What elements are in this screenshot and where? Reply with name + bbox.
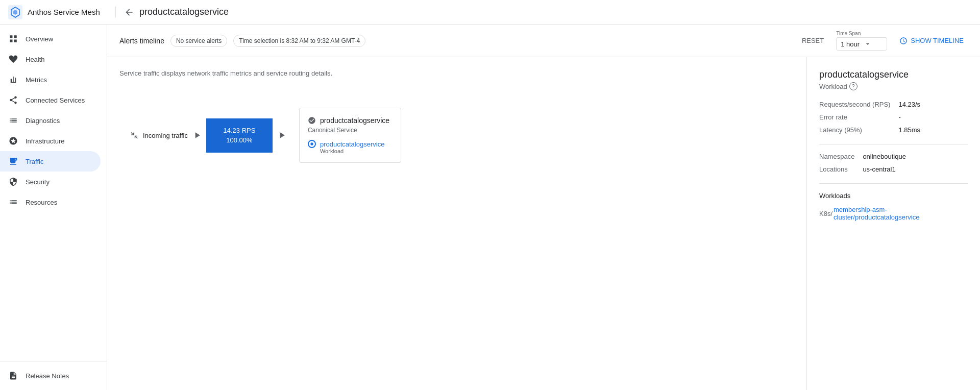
latency-label: Latency (95%) bbox=[819, 126, 890, 134]
infrastructure-icon bbox=[8, 136, 18, 146]
workload-sublabel: Workload bbox=[320, 148, 393, 154]
logo-area: Anthos Service Mesh bbox=[8, 5, 115, 19]
service-card: productcatalogservice Canonical Service … bbox=[299, 108, 401, 163]
k8s-prefix: K8s/ bbox=[819, 210, 832, 217]
arrow-right-1 bbox=[192, 130, 202, 140]
sidebar-label-resources: Resources bbox=[26, 199, 57, 206]
top-bar: Anthos Service Mesh productcatalogservic… bbox=[0, 0, 980, 25]
workload-label: productcatalogservice bbox=[320, 140, 384, 148]
divider-1 bbox=[819, 144, 968, 144]
sidebar-label-connected: Connected Services bbox=[26, 96, 85, 104]
alerts-title: Alerts timeline bbox=[119, 37, 164, 45]
service-card-subtitle: Canonical Service bbox=[308, 127, 393, 134]
connected-services-icon bbox=[8, 95, 18, 105]
service-mesh-icon bbox=[308, 116, 316, 125]
sidebar-item-infrastructure[interactable]: Infrastructure bbox=[0, 131, 101, 151]
incoming-traffic-label: Incoming traffic bbox=[130, 131, 188, 140]
metrics-icon bbox=[8, 75, 18, 85]
reset-button[interactable]: RESET bbox=[798, 35, 828, 46]
traffic-description: Service traffic displays network traffic… bbox=[119, 69, 794, 77]
sidebar-item-traffic[interactable]: Traffic bbox=[0, 151, 101, 172]
sidebar-item-security[interactable]: Security bbox=[0, 172, 101, 192]
time-span-group: Time Span 1 hour bbox=[836, 31, 887, 51]
workloads-section-title: Workloads bbox=[819, 192, 968, 200]
traffic-rps: 14.23 RPS bbox=[218, 126, 260, 136]
sidebar-label-security: Security bbox=[26, 178, 50, 186]
sidebar-label-traffic: Traffic bbox=[26, 158, 43, 165]
rps-value: 14.23/s bbox=[898, 101, 968, 108]
service-card-header: productcatalogservice bbox=[308, 116, 393, 125]
sidebar-label-overview: Overview bbox=[26, 35, 53, 43]
sidebar-label-metrics: Metrics bbox=[26, 76, 47, 84]
locations-value: us-central1 bbox=[863, 165, 968, 173]
time-span-value: 1 hour bbox=[841, 40, 860, 48]
sidebar-item-connected-services[interactable]: Connected Services bbox=[0, 90, 101, 110]
k8s-workload-row: K8s/ membership-asm-cluster/productcatal… bbox=[819, 206, 968, 221]
page-title: productcatalogservice bbox=[139, 7, 229, 17]
sidebar-bottom: Release Notes bbox=[0, 361, 107, 386]
sidebar: Overview Health Metrics Connected Servic… bbox=[0, 25, 107, 390]
clock-icon bbox=[899, 37, 908, 45]
info-icon[interactable]: ? bbox=[849, 82, 857, 90]
show-timeline-button[interactable]: SHOW TIMELINE bbox=[895, 35, 968, 47]
sidebar-item-metrics[interactable]: Metrics bbox=[0, 69, 101, 90]
metrics-grid: Requests/second (RPS) 14.23/s Error rate… bbox=[819, 101, 968, 134]
chevron-down-icon bbox=[864, 40, 872, 48]
divider-2 bbox=[819, 183, 968, 184]
svg-point-1 bbox=[310, 142, 313, 145]
rps-label: Requests/second (RPS) bbox=[819, 101, 890, 108]
app-name: Anthos Service Mesh bbox=[28, 8, 100, 16]
sidebar-label-infrastructure: Infrastructure bbox=[26, 137, 65, 145]
right-panel: productcatalogservice Workload ? Request… bbox=[806, 57, 980, 390]
arrow-right-2 bbox=[277, 130, 287, 140]
workload-item[interactable]: productcatalogservice bbox=[308, 140, 393, 148]
namespace-value: onlineboutique bbox=[863, 153, 968, 160]
diagnostics-icon bbox=[8, 115, 18, 126]
traffic-percent: 100.00% bbox=[218, 135, 260, 145]
sidebar-label-release-notes: Release Notes bbox=[26, 372, 69, 380]
sidebar-item-health[interactable]: Health bbox=[0, 49, 101, 69]
alerts-bar: Alerts timeline No service alerts Time s… bbox=[107, 25, 980, 57]
traffic-icon bbox=[8, 156, 18, 166]
release-notes-icon bbox=[8, 371, 18, 381]
panel-subtitle: Workload ? bbox=[819, 82, 968, 90]
sidebar-label-diagnostics: Diagnostics bbox=[26, 117, 60, 125]
no-alerts-chip: No service alerts bbox=[170, 35, 227, 47]
service-card-name: productcatalogservice bbox=[320, 116, 389, 125]
show-timeline-label: SHOW TIMELINE bbox=[911, 37, 964, 44]
traffic-flow: Incoming traffic 14.23 RPS 100.00% bbox=[130, 108, 794, 163]
page-header: productcatalogservice bbox=[115, 7, 229, 17]
locations-label: Locations bbox=[819, 165, 854, 173]
back-button[interactable] bbox=[124, 7, 134, 17]
health-icon bbox=[8, 54, 18, 64]
time-controls: RESET Time Span 1 hour SHOW TIMELINE bbox=[798, 31, 968, 51]
sidebar-item-diagnostics[interactable]: Diagnostics bbox=[0, 110, 101, 131]
anthos-logo-icon bbox=[8, 5, 22, 19]
sidebar-item-overview[interactable]: Overview bbox=[0, 29, 101, 49]
security-icon bbox=[8, 177, 18, 187]
main-layout: Overview Health Metrics Connected Servic… bbox=[0, 25, 980, 390]
resources-icon bbox=[8, 197, 18, 207]
sidebar-item-release-notes[interactable]: Release Notes bbox=[0, 365, 101, 386]
sidebar-item-resources[interactable]: Resources bbox=[0, 192, 101, 212]
content-body: Service traffic displays network traffic… bbox=[107, 57, 980, 390]
time-span-label: Time Span bbox=[836, 31, 861, 36]
time-selection-chip: Time selection is 8:32 AM to 9:32 AM GMT… bbox=[233, 35, 365, 47]
latency-value: 1.85ms bbox=[898, 126, 968, 134]
panel-title: productcatalogservice bbox=[819, 69, 968, 80]
grid-icon bbox=[8, 34, 18, 44]
content-area: Alerts timeline No service alerts Time s… bbox=[107, 25, 980, 390]
details-grid: Namespace onlineboutique Locations us-ce… bbox=[819, 153, 968, 173]
error-rate-label: Error rate bbox=[819, 113, 890, 121]
sidebar-label-health: Health bbox=[26, 56, 45, 63]
traffic-box: 14.23 RPS 100.00% bbox=[206, 118, 273, 153]
traffic-diagram-area: Service traffic displays network traffic… bbox=[107, 57, 806, 390]
namespace-label: Namespace bbox=[819, 153, 854, 160]
error-rate-value: - bbox=[898, 113, 968, 121]
arrows-in-icon bbox=[130, 131, 139, 140]
workload-link[interactable]: membership-asm-cluster/productcatalogser… bbox=[834, 206, 968, 221]
workload-circle-icon bbox=[308, 140, 316, 148]
time-span-select[interactable]: 1 hour bbox=[836, 37, 887, 51]
